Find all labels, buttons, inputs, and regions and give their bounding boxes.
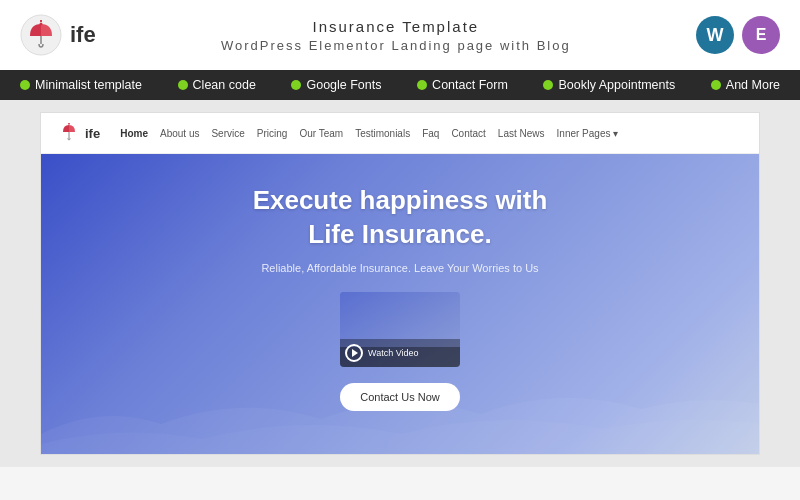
inner-logo-icon bbox=[57, 121, 81, 145]
video-thumbnail[interactable]: Watch Video bbox=[340, 292, 460, 367]
feature-label: Minimalist template bbox=[35, 78, 142, 92]
preview-container: ife Home About us Service Pricing Our Te… bbox=[40, 112, 760, 455]
feature-contact: Contact Form bbox=[417, 78, 508, 92]
nav-inner-pages[interactable]: Inner Pages ▾ bbox=[557, 128, 619, 139]
header-subtitle: WordPress Elementor Landing page with Bl… bbox=[96, 38, 696, 53]
header-icons: W E bbox=[696, 16, 780, 54]
feature-bookly: Bookly Appointments bbox=[543, 78, 675, 92]
feature-dot bbox=[291, 80, 301, 90]
logo-umbrella-icon bbox=[20, 14, 62, 56]
feature-dot bbox=[178, 80, 188, 90]
inner-nav-links: Home About us Service Pricing Our Team T… bbox=[120, 128, 618, 139]
logo-text: ife bbox=[70, 22, 96, 48]
features-bar: Minimalist template Clean code Google Fo… bbox=[0, 70, 800, 100]
nav-team[interactable]: Our Team bbox=[299, 128, 343, 139]
header-title: Insurance Template bbox=[96, 18, 696, 35]
feature-dot bbox=[711, 80, 721, 90]
feature-label: And More bbox=[726, 78, 780, 92]
nav-testimonials[interactable]: Testimonials bbox=[355, 128, 410, 139]
header-logo: ife bbox=[20, 14, 96, 56]
hero-subtitle: Reliable, Affordable Insurance. Leave Yo… bbox=[61, 262, 739, 274]
feature-dot bbox=[417, 80, 427, 90]
inner-logo-text: ife bbox=[85, 126, 100, 141]
main-header: ife Insurance Template WordPress Element… bbox=[0, 0, 800, 70]
play-triangle-icon bbox=[352, 349, 358, 357]
inner-logo: ife bbox=[57, 121, 100, 145]
nav-contact[interactable]: Contact bbox=[451, 128, 485, 139]
hero-landscape-svg bbox=[41, 374, 760, 454]
video-label: Watch Video bbox=[368, 348, 419, 358]
feature-google: Google Fonts bbox=[291, 78, 381, 92]
preview-wrapper: ife Home About us Service Pricing Our Te… bbox=[0, 100, 800, 467]
hero-title-line1: Execute happiness with bbox=[253, 185, 548, 215]
nav-last-news[interactable]: Last News bbox=[498, 128, 545, 139]
feature-dot bbox=[20, 80, 30, 90]
hero-title-line2: Life Insurance. bbox=[308, 219, 492, 249]
inner-nav: ife Home About us Service Pricing Our Te… bbox=[41, 113, 759, 154]
wordpress-icon[interactable]: W bbox=[696, 16, 734, 54]
play-button[interactable] bbox=[345, 344, 363, 362]
hero-title: Execute happiness with Life Insurance. bbox=[61, 184, 739, 252]
feature-label: Google Fonts bbox=[306, 78, 381, 92]
feature-clean: Clean code bbox=[178, 78, 256, 92]
nav-service[interactable]: Service bbox=[211, 128, 244, 139]
feature-minimalist: Minimalist template bbox=[20, 78, 142, 92]
nav-about[interactable]: About us bbox=[160, 128, 199, 139]
feature-more: And More bbox=[711, 78, 780, 92]
nav-pricing[interactable]: Pricing bbox=[257, 128, 288, 139]
hero-section: Execute happiness with Life Insurance. R… bbox=[41, 154, 759, 454]
video-overlay: Watch Video bbox=[340, 339, 460, 367]
header-title-block: Insurance Template WordPress Elementor L… bbox=[96, 18, 696, 53]
feature-label: Bookly Appointments bbox=[558, 78, 675, 92]
feature-dot bbox=[543, 80, 553, 90]
svg-point-2 bbox=[40, 23, 43, 26]
elementor-icon[interactable]: E bbox=[742, 16, 780, 54]
nav-home[interactable]: Home bbox=[120, 128, 148, 139]
feature-label: Clean code bbox=[193, 78, 256, 92]
nav-faq[interactable]: Faq bbox=[422, 128, 439, 139]
feature-label: Contact Form bbox=[432, 78, 508, 92]
